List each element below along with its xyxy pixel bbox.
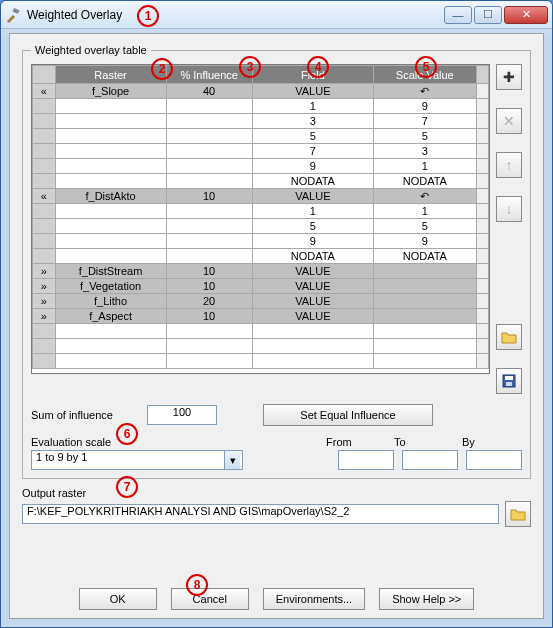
move-down-button[interactable]: ↓ [496, 196, 522, 222]
save-button[interactable] [496, 368, 522, 394]
by-label: By [462, 436, 522, 448]
col-field[interactable]: Field [252, 66, 373, 84]
to-label: To [394, 436, 454, 448]
table-row[interactable]: NODATANODATA [33, 174, 489, 189]
environments-button[interactable]: Environments... [263, 588, 365, 610]
by-input[interactable] [466, 450, 522, 470]
table-row[interactable]: 55 [33, 129, 489, 144]
table-row[interactable]: »f_Vegetation10VALUE [33, 279, 489, 294]
scroll-head [476, 66, 488, 84]
overlay-table[interactable]: Raster % Influence Field Scale Value «f_… [31, 64, 490, 374]
table-row[interactable]: »f_DistStream10VALUE [33, 264, 489, 279]
browse-button[interactable] [505, 501, 531, 527]
svg-rect-0 [12, 7, 19, 13]
cancel-button[interactable]: Cancel [171, 588, 249, 610]
fieldset-legend: Weighted overlay table [31, 44, 151, 56]
table-row[interactable]: «f_DistAkto10VALUE↶ [33, 189, 489, 204]
output-path-input[interactable]: F:\KEF_POLYKRITHRIAKH ANALYSI AND GIS\ma… [22, 504, 499, 524]
move-up-button[interactable]: ↑ [496, 152, 522, 178]
svg-rect-2 [505, 376, 513, 380]
minimize-button[interactable]: — [444, 6, 472, 24]
table-row[interactable]: »f_Litho20VALUE [33, 294, 489, 309]
table-row[interactable]: 11 [33, 204, 489, 219]
col-influence[interactable]: % Influence [166, 66, 252, 84]
svg-rect-3 [506, 382, 512, 386]
col-raster[interactable]: Raster [55, 66, 166, 84]
from-label: From [326, 436, 386, 448]
table-row[interactable]: NODATANODATA [33, 249, 489, 264]
eval-scale-select[interactable]: 1 to 9 by 1 [31, 450, 243, 470]
table-row[interactable]: 91 [33, 159, 489, 174]
to-input[interactable] [402, 450, 458, 470]
window-title: Weighted Overlay [27, 8, 442, 22]
dialog-content: Weighted overlay table Raster % Influenc… [9, 33, 544, 619]
from-input[interactable] [338, 450, 394, 470]
table-row[interactable]: 19 [33, 99, 489, 114]
row-header-corner [33, 66, 56, 84]
sum-value: 100 [147, 405, 217, 425]
show-help-button[interactable]: Show Help >> [379, 588, 474, 610]
maximize-button[interactable]: ☐ [474, 6, 502, 24]
col-scale[interactable]: Scale Value [373, 66, 476, 84]
table-row[interactable]: »f_Aspect10VALUE [33, 309, 489, 324]
ok-button[interactable]: OK [79, 588, 157, 610]
eval-label: Evaluation scale [31, 436, 139, 448]
close-button[interactable]: ✕ [504, 6, 548, 24]
overlay-table-fieldset: Weighted overlay table Raster % Influenc… [22, 44, 531, 479]
table-row[interactable]: 73 [33, 144, 489, 159]
remove-button[interactable]: ✕ [496, 108, 522, 134]
table-row[interactable]: 55 [33, 219, 489, 234]
sum-label: Sum of influence [31, 409, 139, 421]
table-row[interactable]: «f_Slope40VALUE↶ [33, 84, 489, 99]
table-row[interactable]: 99 [33, 234, 489, 249]
titlebar[interactable]: Weighted Overlay — ☐ ✕ [1, 1, 552, 29]
dialog-window: Weighted Overlay — ☐ ✕ Weighted overlay … [0, 0, 553, 628]
table-row[interactable]: 37 [33, 114, 489, 129]
open-button[interactable] [496, 324, 522, 350]
add-button[interactable]: ✚ [496, 64, 522, 90]
output-label: Output raster [22, 487, 531, 499]
set-equal-button[interactable]: Set Equal Influence [263, 404, 433, 426]
hammer-icon [5, 7, 21, 23]
